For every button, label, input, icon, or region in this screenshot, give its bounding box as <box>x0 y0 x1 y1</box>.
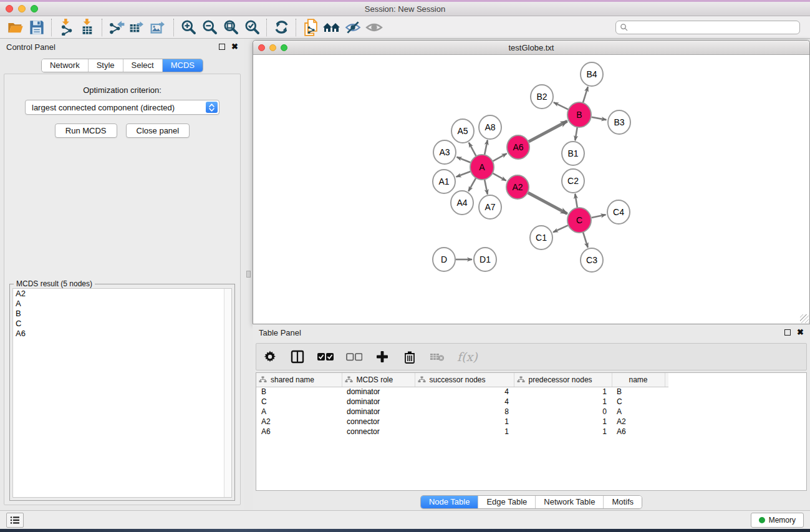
table-cell[interactable]: 1 <box>514 397 612 407</box>
table-cell[interactable]: A2 <box>612 417 665 427</box>
node-D1[interactable]: D1 <box>474 248 496 271</box>
edge-A-A8[interactable] <box>485 140 488 155</box>
network-canvas[interactable]: B4B2BB3A8A5A6A3B1AC2A1A2A4A7C4CC1C3DD1 <box>254 56 808 322</box>
edge-A-A5[interactable] <box>469 143 476 157</box>
node-B4[interactable]: B4 <box>581 62 603 86</box>
column-header-shared-name[interactable]: shared name <box>256 373 342 387</box>
close-panel-icon[interactable]: ✖ <box>231 44 238 50</box>
zoom-fit-icon[interactable] <box>220 18 241 37</box>
edge-C-C1[interactable] <box>553 225 568 232</box>
node-C1[interactable]: C1 <box>530 226 552 249</box>
table-cell[interactable]: A6 <box>612 427 665 437</box>
node-A8[interactable]: A8 <box>479 115 501 139</box>
edge-A-A4[interactable] <box>468 178 476 191</box>
node-C3[interactable]: C3 <box>581 248 603 272</box>
node-A7[interactable]: A7 <box>479 195 501 219</box>
edge-C-C3[interactable] <box>583 232 588 248</box>
node-C2[interactable]: C2 <box>562 169 584 193</box>
zoom-selected-icon[interactable] <box>241 18 263 37</box>
table-cell[interactable]: 1 <box>415 417 514 427</box>
tab-motifs[interactable]: Motifs <box>603 496 642 508</box>
edge-A-A1[interactable] <box>456 172 471 177</box>
edge-B-B4[interactable] <box>583 87 588 103</box>
optimization-criterion-dropdown[interactable]: largest connected component (directed) <box>25 100 219 115</box>
table-cell[interactable]: 4 <box>415 397 514 407</box>
edge-A-A7[interactable] <box>485 180 488 195</box>
table-cell[interactable]: connector <box>342 427 415 437</box>
run-mcds-button[interactable]: Run MCDS <box>55 123 117 138</box>
hide-panel-eye-icon[interactable] <box>342 18 364 37</box>
open-session-icon[interactable] <box>5 18 26 37</box>
zoom-out-icon[interactable] <box>199 18 220 37</box>
refresh-network-icon[interactable] <box>271 18 292 37</box>
show-home-icon[interactable] <box>321 18 342 37</box>
import-network-icon[interactable] <box>55 18 77 37</box>
table-cell[interactable]: B <box>612 387 665 397</box>
show-eye-icon[interactable] <box>364 18 385 37</box>
node-C4[interactable]: C4 <box>607 200 630 224</box>
mcds-result-item[interactable]: A2 <box>13 289 231 299</box>
splitter-handle[interactable] <box>246 271 251 278</box>
node-B1[interactable]: B1 <box>562 142 584 165</box>
node-B3[interactable]: B3 <box>608 110 630 134</box>
tab-node-table[interactable]: Node Table <box>421 496 478 508</box>
node-A6[interactable]: A6 <box>507 135 529 159</box>
edge-A-A3[interactable] <box>456 157 470 163</box>
float-table-panel-icon[interactable] <box>784 329 791 336</box>
tab-select[interactable]: Select <box>123 59 162 72</box>
table-cell[interactable]: dominator <box>342 407 415 417</box>
column-selector-icon[interactable] <box>290 347 305 366</box>
table-cell[interactable]: A <box>612 407 665 417</box>
edge-B-B1[interactable] <box>575 127 577 141</box>
tab-style[interactable]: Style <box>88 59 123 72</box>
table-cell[interactable]: 0 <box>514 407 612 417</box>
table-cell[interactable]: 1 <box>514 417 612 427</box>
edge-A-A6[interactable] <box>493 153 507 161</box>
tab-network-table[interactable]: Network Table <box>535 496 603 508</box>
table-cell[interactable]: B <box>256 387 342 397</box>
network-graph[interactable]: B4B2BB3A8A5A6A3B1AC2A1A2A4A7C4CC1C3DD1 <box>254 56 806 322</box>
mcds-result-item[interactable]: A <box>13 299 231 309</box>
node-A3[interactable]: A3 <box>433 140 456 164</box>
table-cell[interactable]: dominator <box>342 397 415 407</box>
table-cell[interactable]: dominator <box>342 387 415 397</box>
select-all-checks-icon[interactable] <box>317 347 334 366</box>
edge-C-C4[interactable] <box>592 215 606 218</box>
mcds-result-item[interactable]: C <box>13 319 231 329</box>
table-row[interactable]: A6connector11A6 <box>256 427 668 437</box>
edge-B-B2[interactable] <box>554 102 568 109</box>
import-table-icon[interactable] <box>77 18 98 37</box>
node-A1[interactable]: A1 <box>433 170 455 193</box>
export-network-icon[interactable] <box>106 18 127 37</box>
close-panel-button[interactable]: Close panel <box>126 123 190 138</box>
table-row[interactable]: A2connector11A2 <box>256 417 668 427</box>
network-view-window[interactable]: testGlobe.txt B4B2BB3A8A5A6A3B1AC2A1A2A4… <box>253 40 810 324</box>
resize-grip[interactable] <box>800 314 809 323</box>
node-table-container[interactable]: shared nameMCDS rolesuccessor nodesprede… <box>256 372 807 491</box>
column-header-name[interactable]: name <box>612 373 665 387</box>
tab-edge-table[interactable]: Edge Table <box>478 496 535 508</box>
node-A4[interactable]: A4 <box>451 191 473 215</box>
mcds-result-item[interactable]: B <box>13 309 231 319</box>
search-input[interactable] <box>628 23 796 32</box>
node-B[interactable]: B <box>567 102 591 127</box>
edge-A6-B[interactable] <box>529 121 567 142</box>
table-cell[interactable]: A <box>256 407 342 417</box>
table-cell[interactable]: C <box>612 397 665 407</box>
edge-A-A2[interactable] <box>493 173 506 181</box>
task-history-button[interactable] <box>6 513 24 528</box>
table-cell[interactable]: A6 <box>256 427 342 437</box>
node-A2[interactable]: A2 <box>506 175 529 199</box>
column-header-successor-nodes[interactable]: successor nodes <box>415 373 514 387</box>
export-image-icon[interactable] <box>148 18 170 37</box>
node-A5[interactable]: A5 <box>451 119 474 143</box>
edge-C-C2[interactable] <box>575 194 577 208</box>
edge-B-B3[interactable] <box>592 117 607 120</box>
table-row[interactable]: Cdominator41C <box>256 397 668 407</box>
memory-button[interactable]: Memory <box>751 513 804 528</box>
table-cell[interactable]: 1 <box>415 427 514 437</box>
network-window-titlebar[interactable]: testGlobe.txt <box>253 41 809 55</box>
float-panel-icon[interactable] <box>219 44 225 50</box>
save-session-icon[interactable] <box>26 18 47 37</box>
delete-column-icon[interactable] <box>402 347 417 366</box>
